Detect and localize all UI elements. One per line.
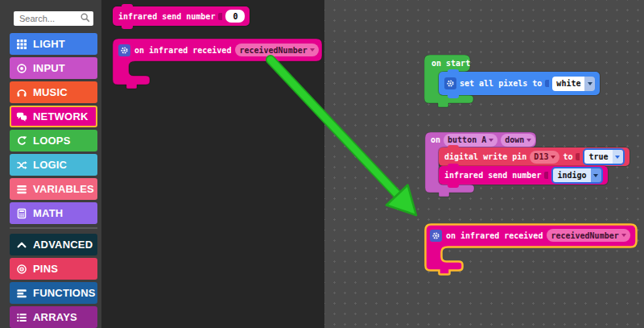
mutator-gear-button[interactable] [430, 230, 442, 242]
variable-dropdown[interactable]: receivedNumber [547, 229, 630, 242]
block-digital-write-pin[interactable]: digital write pin D13 to true [439, 147, 630, 166]
sidebar-item-math[interactable]: MATH [10, 202, 97, 224]
block-label: on start [431, 59, 470, 68]
pin-dropdown[interactable]: D13 [530, 151, 559, 164]
block-label: set all pixels to [460, 79, 542, 88]
gear-icon [120, 46, 129, 55]
gear-icon [431, 231, 440, 240]
refresh-icon [16, 135, 27, 147]
value-connector-notch [544, 172, 548, 179]
block-label: infrared send number [444, 171, 541, 180]
bars-icon [16, 184, 27, 195]
shuffle-icon [16, 160, 27, 171]
value-connector-notch [218, 13, 222, 20]
event-dropdown[interactable]: down [501, 134, 535, 147]
calculator-icon [16, 208, 27, 219]
number-input[interactable]: 0 [225, 10, 245, 23]
category-label: LOOPS [33, 135, 71, 147]
category-sidebar: LIGHT INPUT MUSIC NETWORK LOOPS LOGIC VA… [0, 0, 101, 328]
category-label: NETWORK [33, 110, 89, 122]
category-label: VARIABLES [33, 183, 94, 195]
sidebar-item-advanced[interactable]: ADVANCED [10, 234, 97, 255]
bullseye-icon [16, 264, 27, 275]
dropdown-caret-icon [621, 234, 626, 237]
headphones-icon [16, 87, 27, 98]
function-icon [16, 288, 27, 299]
sidebar-item-network[interactable]: NETWORK [10, 106, 97, 127]
category-label: ADVANCED [33, 239, 93, 251]
block-label: on infrared received [446, 231, 543, 240]
dropdown-caret-icon [489, 139, 493, 142]
chevron-up-icon [16, 239, 27, 251]
dropdown-caret-icon [615, 156, 620, 159]
sidebar-item-light[interactable]: LIGHT [10, 33, 97, 55]
block-infrared-send-number[interactable]: infrared send number indigo [439, 166, 608, 185]
makecode-editor: LIGHT INPUT MUSIC NETWORK LOOPS LOGIC VA… [0, 0, 644, 328]
category-label: FUNCTIONS [33, 287, 96, 299]
gear-icon [446, 79, 455, 88]
block-on-button[interactable]: on button A down [425, 132, 535, 147]
block-on-infrared-received-flyout[interactable]: on infrared received receivedNumber [113, 39, 319, 61]
category-label: LOGIC [33, 159, 67, 171]
value-connector-notch [545, 80, 549, 87]
boolean-dropdown[interactable]: true [583, 148, 624, 165]
sidebar-item-pins[interactable]: PINS [10, 258, 97, 280]
category-label: MATH [33, 207, 63, 219]
category-list: LIGHT INPUT MUSIC NETWORK LOOPS LOGIC VA… [10, 33, 101, 328]
block-label: to [563, 152, 572, 161]
block-on-infrared-received[interactable]: on infrared received receivedNumber [425, 224, 630, 247]
dropdown-caret-icon [310, 48, 315, 52]
record-icon [16, 63, 27, 74]
sidebar-item-variables[interactable]: VARIABLES [10, 178, 97, 200]
search-box [14, 10, 93, 26]
chat-icon [16, 111, 27, 122]
dropdown-caret-icon [593, 174, 598, 177]
list-icon [16, 312, 27, 323]
sidebar-item-music[interactable]: MUSIC [10, 81, 97, 103]
color-value-dropdown[interactable]: indigo [551, 167, 602, 184]
block-label: digital write pin [444, 152, 526, 161]
block-label: infrared send number [118, 12, 215, 21]
dropdown-caret-icon [588, 82, 592, 85]
category-label: INPUT [33, 62, 65, 74]
grid-icon [16, 39, 27, 50]
block-on-start[interactable]: on start [424, 55, 470, 72]
sidebar-item-input[interactable]: INPUT [10, 57, 97, 79]
mutator-gear-button[interactable] [118, 44, 130, 56]
sidebar-item-arrays[interactable]: ARRAYS [10, 306, 97, 328]
value-connector-notch [576, 153, 580, 160]
block-infrared-send-number-flyout[interactable]: infrared send number 0 [113, 6, 250, 26]
category-label: ARRAYS [33, 311, 77, 323]
category-label: LIGHT [33, 38, 65, 50]
block-label: on infrared received [134, 46, 231, 55]
dropdown-caret-icon [551, 156, 555, 159]
sidebar-item-logic[interactable]: LOGIC [10, 154, 97, 176]
category-label: MUSIC [33, 86, 68, 98]
sidebar-item-functions[interactable]: FUNCTIONS [10, 282, 97, 304]
category-label: PINS [33, 263, 58, 275]
dropdown-caret-icon [526, 139, 531, 142]
sidebar-item-loops[interactable]: LOOPS [10, 130, 97, 152]
block-label: on [431, 135, 440, 144]
search-icon [80, 12, 91, 23]
mutator-gear-button[interactable] [444, 77, 456, 89]
sidebar-divider [10, 227, 97, 229]
variable-dropdown[interactable]: receivedNumber [235, 44, 318, 56]
color-dropdown[interactable]: white [552, 77, 595, 91]
block-set-all-pixels[interactable]: set all pixels to white [439, 72, 600, 95]
